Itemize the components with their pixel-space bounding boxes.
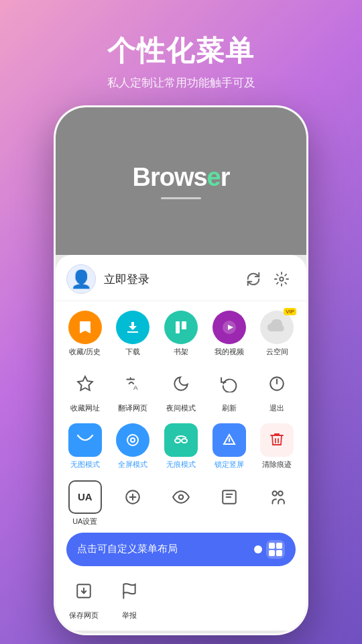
- night-mode-item[interactable]: 夜间模式: [158, 363, 204, 417]
- download-item[interactable]: 下载: [110, 307, 156, 360]
- svg-point-12: [182, 439, 187, 443]
- clear-icon: [260, 423, 294, 457]
- report-item[interactable]: 举报: [107, 570, 152, 624]
- fullscreen-item[interactable]: 全屏模式: [110, 419, 156, 473]
- settings-icon[interactable]: [270, 268, 293, 290]
- item3-icon: [164, 480, 198, 514]
- svg-rect-2: [182, 321, 186, 329]
- vip-badge: VIP: [284, 308, 296, 315]
- my-video-item[interactable]: 我的视频: [206, 307, 252, 360]
- ua-icon: UA: [68, 480, 102, 514]
- grid-dot-4: [276, 550, 282, 556]
- svg-point-11: [175, 439, 180, 443]
- my-video-label: 我的视频: [215, 347, 244, 356]
- tooltip-right: [254, 540, 285, 559]
- hero-subtitle: 私人定制让常用功能触手可及: [107, 75, 255, 91]
- translate-label: 翻译网页: [118, 404, 147, 413]
- exit-icon: [260, 367, 294, 400]
- report-icon: [113, 574, 146, 608]
- fav-site-label: 收藏网址: [70, 404, 100, 413]
- fav-site-icon: [68, 367, 102, 400]
- ua-settings-item[interactable]: UA UA设置: [62, 476, 108, 530]
- translate-icon: A: [116, 367, 149, 400]
- bookmarks-item[interactable]: 收藏/历史: [62, 307, 108, 360]
- phone-frame: Browser 👤 立即登录: [54, 105, 308, 635]
- night-mode-icon: [164, 367, 198, 400]
- tooltip-text: 点击可自定义菜单布局: [77, 543, 178, 555]
- grid-row-3: 无图模式 全屏模式: [61, 419, 301, 473]
- cloud-item[interactable]: VIP 云空间: [254, 307, 300, 360]
- svg-point-20: [179, 494, 184, 499]
- item4-icon: [213, 480, 246, 514]
- download-icon: [116, 311, 149, 344]
- incognito-icon: [164, 423, 198, 457]
- avatar[interactable]: 👤: [66, 264, 96, 294]
- fav-site-item[interactable]: 收藏网址: [62, 363, 108, 417]
- grid-dot-1: [269, 543, 275, 549]
- grid-icon: [266, 540, 285, 559]
- lock-portrait-item[interactable]: 锁定竖屏: [206, 419, 252, 473]
- browser-area: Browser: [56, 107, 306, 255]
- item2[interactable]: [110, 476, 156, 530]
- svg-point-24: [273, 491, 278, 496]
- lock-portrait-label: 锁定竖屏: [215, 460, 244, 469]
- clear-item[interactable]: 清除痕迹: [254, 419, 300, 473]
- hero-title: 个性化菜单: [107, 32, 255, 70]
- custom-menu-tooltip[interactable]: 点击可自定义菜单布局: [66, 533, 296, 566]
- svg-text:A: A: [133, 384, 138, 391]
- bookshelf-label: 书架: [174, 347, 188, 356]
- svg-rect-1: [176, 321, 180, 333]
- download-label: 下载: [125, 347, 140, 356]
- grid-row-4: UA UA设置: [61, 476, 301, 530]
- login-label[interactable]: 立即登录: [104, 272, 237, 287]
- item5[interactable]: [254, 476, 300, 530]
- report-label: 举报: [122, 611, 137, 620]
- bookmarks-icon: [68, 311, 102, 344]
- fullscreen-icon: [116, 423, 149, 457]
- item2-icon: [116, 480, 149, 514]
- clear-label: 清除痕迹: [262, 460, 292, 469]
- incognito-label: 无痕模式: [166, 460, 196, 469]
- browser-divider: [161, 197, 201, 199]
- save-page-label: 保存网页: [69, 611, 99, 620]
- refresh-label: 刷新: [222, 404, 237, 413]
- no-image-icon: [68, 423, 102, 457]
- item5-icon: [260, 480, 294, 514]
- grid-dot-2: [276, 543, 282, 549]
- cursor-char: e: [207, 163, 221, 191]
- no-image-item[interactable]: 无图模式: [62, 419, 108, 473]
- bookshelf-item[interactable]: 书架: [158, 307, 204, 360]
- save-page-item[interactable]: 保存网页: [61, 570, 107, 624]
- ua-label: UA设置: [72, 517, 97, 526]
- refresh-item[interactable]: 刷新: [206, 363, 252, 417]
- grid-dot-3: [269, 550, 275, 556]
- svg-point-10: [131, 438, 135, 442]
- svg-marker-5: [78, 376, 93, 390]
- incognito-item[interactable]: 无痕模式: [158, 419, 204, 473]
- item3[interactable]: [158, 476, 204, 530]
- menu-panel: 👤 立即登录: [56, 255, 306, 631]
- refresh-icon2: [213, 367, 246, 400]
- lock-portrait-icon: [213, 423, 246, 457]
- menu-grid: 收藏/历史 下载 书架: [56, 301, 306, 530]
- cloud-icon: VIP: [260, 311, 294, 344]
- exit-label: 退出: [269, 404, 284, 413]
- bookshelf-icon: [164, 311, 198, 344]
- my-video-icon: [213, 311, 246, 344]
- no-image-label: 无图模式: [70, 460, 100, 469]
- item4[interactable]: [206, 476, 252, 530]
- exit-item[interactable]: 退出: [254, 363, 300, 417]
- night-mode-label: 夜间模式: [166, 404, 196, 413]
- cloud-label: 云空间: [266, 347, 288, 356]
- dot-indicator: [254, 545, 262, 553]
- bookmarks-label: 收藏/历史: [69, 347, 101, 356]
- save-page-icon: [67, 574, 101, 608]
- fullscreen-label: 全屏模式: [118, 460, 147, 469]
- bottom-row: 保存网页 举报: [56, 566, 306, 624]
- svg-point-9: [127, 435, 138, 445]
- grid-row-1: 收藏/历史 下载 书架: [61, 307, 301, 360]
- translate-item[interactable]: A 翻译网页: [110, 363, 156, 417]
- svg-point-0: [280, 277, 284, 281]
- grid-row-2: 收藏网址 A 翻译网页: [61, 363, 301, 417]
- refresh-icon[interactable]: [242, 268, 265, 290]
